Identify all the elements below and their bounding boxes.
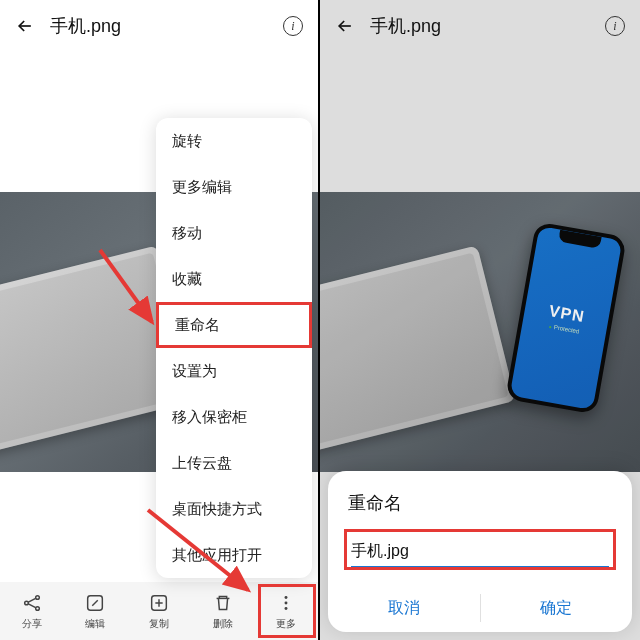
menu-more-edit[interactable]: 更多编辑: [156, 164, 312, 210]
bottom-toolbar: 分享 编辑 复制 删除 更多: [0, 582, 318, 640]
annotation-highlight-input: [344, 529, 616, 570]
cancel-button[interactable]: 取消: [328, 584, 480, 632]
menu-rename[interactable]: 重命名: [156, 302, 312, 348]
screenshot-left: 手机.png i 旋转 更多编辑 移动 收藏 重命名 设置为 移入保密柜 上传云…: [0, 0, 320, 640]
edit-icon: [84, 592, 106, 614]
page-title: 手机.png: [50, 14, 282, 38]
ok-button[interactable]: 确定: [481, 584, 633, 632]
menu-cloud[interactable]: 上传云盘: [156, 440, 312, 486]
share-icon: [21, 592, 43, 614]
menu-fav[interactable]: 收藏: [156, 256, 312, 302]
info-button[interactable]: i: [604, 15, 626, 37]
svg-point-6: [285, 601, 288, 604]
menu-rotate[interactable]: 旋转: [156, 118, 312, 164]
menu-setas[interactable]: 设置为: [156, 348, 312, 394]
edit-button[interactable]: 编辑: [64, 582, 128, 640]
page-title: 手机.png: [370, 14, 604, 38]
menu-safe[interactable]: 移入保密柜: [156, 394, 312, 440]
more-button[interactable]: 更多: [254, 582, 318, 640]
rename-input[interactable]: [351, 538, 609, 567]
share-button[interactable]: 分享: [0, 582, 64, 640]
back-button[interactable]: [14, 15, 36, 37]
svg-point-7: [285, 607, 288, 610]
header: 手机.png i: [0, 0, 318, 52]
header: 手机.png i: [320, 0, 640, 52]
menu-openwith[interactable]: 其他应用打开: [156, 532, 312, 578]
copy-icon: [148, 592, 170, 614]
rename-dialog: 重命名 取消 确定: [328, 471, 632, 632]
more-menu: 旋转 更多编辑 移动 收藏 重命名 设置为 移入保密柜 上传云盘 桌面快捷方式 …: [156, 118, 312, 578]
svg-point-0: [24, 601, 28, 605]
dialog-title: 重命名: [328, 491, 632, 529]
info-button[interactable]: i: [282, 15, 304, 37]
svg-point-2: [35, 606, 39, 610]
back-button[interactable]: [334, 15, 356, 37]
menu-shortcut[interactable]: 桌面快捷方式: [156, 486, 312, 532]
svg-point-1: [35, 595, 39, 599]
copy-button[interactable]: 复制: [127, 582, 191, 640]
dialog-actions: 取消 确定: [328, 584, 632, 632]
screenshot-right: 手机.png i VPN Protected 重命名: [320, 0, 640, 640]
trash-icon: [212, 592, 234, 614]
menu-move[interactable]: 移动: [156, 210, 312, 256]
delete-button[interactable]: 删除: [191, 582, 255, 640]
svg-point-5: [285, 596, 288, 599]
more-icon: [275, 592, 297, 614]
